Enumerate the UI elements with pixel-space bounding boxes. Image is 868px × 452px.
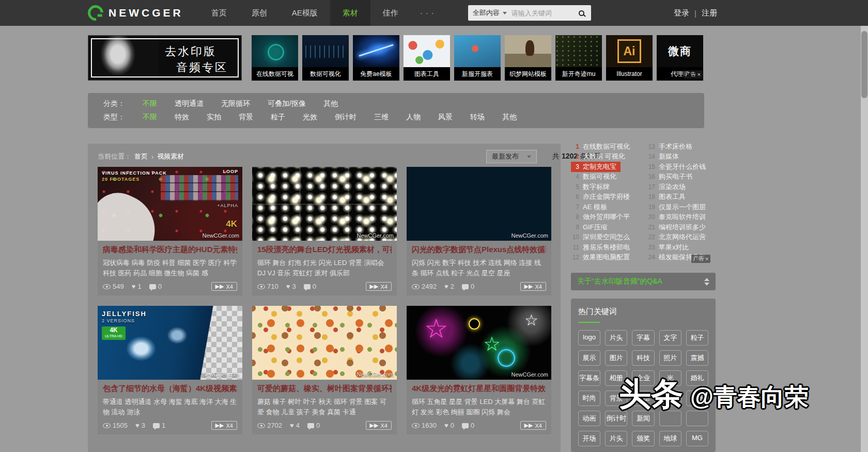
hot-item[interactable]: 16购买电子书	[647, 172, 717, 182]
keyword-button[interactable]: 卡通	[659, 391, 681, 406]
card-tags[interactable]: 闪烁 闪光 数字 科技 技术 连线 网络 连接 线 条 循环 点线 粒子 光点 …	[412, 258, 546, 278]
nav-item-home[interactable]: 首页	[199, 0, 239, 26]
breadcrumb-home[interactable]: 首页	[134, 152, 148, 161]
hot-item[interactable]: 8做外贸用哪个平	[571, 212, 641, 223]
card-tags[interactable]: 蘑菇 橡子 树叶 叶子 秋天 循环 背景 图案 可 爱 食物 儿童 孩子 美食 …	[257, 397, 392, 417]
filter-type-background[interactable]: 背景	[239, 113, 253, 122]
keyword-button[interactable]: 字幕	[632, 330, 654, 346]
hot-item[interactable]: 5数字标牌	[571, 182, 641, 192]
nav-item-works[interactable]: 佳作	[370, 0, 411, 26]
promo-item[interactable]: 图表工具	[404, 35, 450, 81]
page-scrollbar[interactable]	[861, 26, 868, 452]
hot-item[interactable]: 23苹果x对比	[647, 242, 717, 253]
card-tags[interactable]: 循环 五角星 星星 背景 LED 大屏幕 舞台 霓虹 灯 发光 彩色 绚丽 圆圈…	[412, 397, 546, 417]
promo-item[interactable]: 数据可视化	[302, 35, 349, 81]
keyword-button[interactable]: 图片	[605, 350, 627, 366]
qa-bar[interactable]: 关于“去水印版音频”的Q&A	[571, 273, 716, 290]
keyword-button[interactable]: 片头	[605, 330, 627, 346]
keyword-button[interactable]: 照片	[659, 350, 681, 366]
filter-type-footage[interactable]: 实拍	[207, 113, 221, 122]
keyword-button[interactable]: 相册	[605, 370, 627, 386]
sort-dropdown[interactable]: 最新发布	[486, 150, 537, 163]
search-input[interactable]	[512, 5, 572, 21]
keyword-button[interactable]: 震撼	[686, 350, 708, 366]
hot-item[interactable]: 13手术床价格	[647, 142, 717, 152]
hot-item[interactable]: 6亦庄金隅学府楼	[571, 192, 641, 202]
card-title[interactable]: 4K级发光的霓虹灯星星和圆圈背景特效视…	[412, 384, 546, 394]
nav-item-ae-templates[interactable]: AE模版	[280, 0, 330, 26]
card-title[interactable]: 15段漂亮的舞台LED灯光视频素材，可循环	[257, 245, 392, 255]
nav-item-materials[interactable]: 素材	[330, 0, 370, 26]
promo-item[interactable]: 织梦网站模板	[505, 35, 551, 81]
keyword-button-covered[interactable]	[686, 411, 708, 426]
keyword-button[interactable]: 转场	[686, 391, 708, 406]
promo-item[interactable]: Ai Illustrator	[606, 35, 653, 81]
ad-close-icon[interactable]: ×	[705, 256, 708, 262]
keyword-button[interactable]: 颁奖	[632, 431, 654, 446]
keyword-button[interactable]: logo	[578, 330, 600, 346]
filter-type-countdown[interactable]: 倒计时	[335, 113, 357, 122]
ad-close-icon[interactable]: ×	[698, 71, 701, 77]
filter-type-particles[interactable]: 粒子	[271, 113, 285, 122]
card-title[interactable]: 病毒感染和科学医疗主题的HUD元素特效…	[103, 245, 237, 255]
promo-item[interactable]: 新开奇迹mu	[555, 35, 602, 81]
keyword-button[interactable]: 动画	[578, 411, 600, 426]
card-tags[interactable]: 冠状病毒 病毒 防疫 科普 细菌 医学 医疗 科学 科技 医药 药品 细胞 微生…	[103, 258, 237, 278]
keyword-button[interactable]: 开场	[578, 431, 600, 446]
audio-zone-banner[interactable]: 去水印版 音频专区	[88, 35, 242, 81]
hot-item[interactable]: 9GIF压缩	[571, 222, 641, 232]
video-card[interactable]: NewCGer.com 可爱的蘑菇、橡实、树叶图案背景循环视… 蘑菇 橡子 树叶…	[252, 306, 397, 434]
video-card[interactable]: JELLYFISH 2 VERSIONS 4K ULTRA HD NewCGer…	[98, 306, 242, 434]
video-card[interactable]: VIRUS INFECTION PACK 20 FOOTAGES LOOP +A…	[98, 167, 242, 295]
filter-category-loop[interactable]: 无限循环	[221, 99, 250, 108]
hot-item[interactable]: 22北京网络代运营	[647, 232, 717, 243]
keyword-button[interactable]: 时尚	[578, 391, 600, 406]
video-card[interactable]: NewCGer.com 闪光的数字数据节点Plexus点线特效循环… 闪烁 闪光…	[407, 167, 551, 295]
keyword-button[interactable]: 水墨	[632, 391, 654, 406]
hot-item[interactable]: 14新媒体	[647, 152, 717, 162]
keyword-button[interactable]: 倒计时	[605, 411, 627, 426]
keyword-button[interactable]: 文字	[659, 330, 681, 346]
login-link[interactable]: 登录	[674, 8, 689, 18]
hot-item[interactable]: 17渲染农场	[647, 182, 717, 192]
hot-item[interactable]: 19仅显示一个图层	[647, 202, 717, 212]
keyword-button[interactable]: 新闻	[632, 411, 654, 426]
hot-item[interactable]: 18图表工具	[647, 192, 717, 202]
filter-type-other[interactable]: 其他	[502, 113, 517, 122]
video-card[interactable]: NewCGer.com 15段漂亮的舞台LED灯光视频素材，可循环 循环 舞台 …	[252, 167, 397, 295]
promo-item[interactable]: 微商 代理IP 广告 ×	[657, 35, 703, 81]
card-tags[interactable]: 带通道 透明通道 水母 海蜇 海底 海洋 大海 生 物 流动 游泳	[103, 397, 237, 417]
keyword-button[interactable]: 地球	[659, 431, 681, 446]
hot-item[interactable]: 20泰克啦软件培训	[647, 212, 717, 223]
filter-type-light[interactable]: 光效	[303, 113, 317, 122]
card-title[interactable]: 闪光的数字数据节点Plexus点线特效循环…	[412, 245, 546, 255]
hot-item-highlighted[interactable]: 3定制充电宝	[571, 162, 621, 172]
filter-category-other[interactable]: 其他	[323, 99, 338, 108]
keyword-button[interactable]: 科技	[632, 350, 654, 366]
keyword-button[interactable]: 光	[659, 370, 681, 386]
arrow-up-icon[interactable]	[704, 278, 709, 281]
filter-type-scenery[interactable]: 风景	[438, 113, 453, 122]
keyword-button[interactable]: 企业	[632, 370, 654, 386]
hot-item[interactable]: 11雅居乐售楼部电	[571, 242, 641, 253]
card-tags[interactable]: 循环 舞台 灯泡 灯光 闪光 LED 背景 演唱会 DJ VJ 音乐 霓虹灯 派…	[257, 258, 392, 278]
filter-category-alpha[interactable]: 透明通道	[175, 99, 204, 108]
hot-item[interactable]: 10深圳爱空间怎么	[571, 232, 641, 243]
promo-item[interactable]: 新服开服表	[454, 35, 501, 81]
card-title[interactable]: 可爱的蘑菇、橡实、树叶图案背景循环视…	[257, 384, 392, 394]
nav-item-original[interactable]: 原创	[239, 0, 280, 26]
register-link[interactable]: 注册	[702, 8, 717, 18]
keyword-button[interactable]: MG	[686, 431, 708, 446]
hot-item[interactable]: 15全瓷牙什么价钱	[647, 162, 717, 172]
hot-item[interactable]: 21编程培训班多少	[647, 222, 717, 232]
keyword-button[interactable]: 背景	[605, 391, 627, 406]
filter-type-3d[interactable]: 三维	[374, 113, 389, 122]
filter-type-all[interactable]: 不限	[143, 113, 157, 122]
hot-item[interactable]: 12效果图电脑配置	[571, 253, 641, 263]
keyword-button[interactable]: 字幕条	[578, 370, 600, 386]
arrow-down-icon[interactable]	[704, 283, 709, 286]
keyword-button[interactable]: 婚礼	[686, 370, 708, 386]
keyword-button[interactable]: 片头	[605, 431, 627, 446]
search-button[interactable]	[572, 5, 591, 21]
filter-category-overlay[interactable]: 可叠加/抠像	[268, 99, 306, 108]
